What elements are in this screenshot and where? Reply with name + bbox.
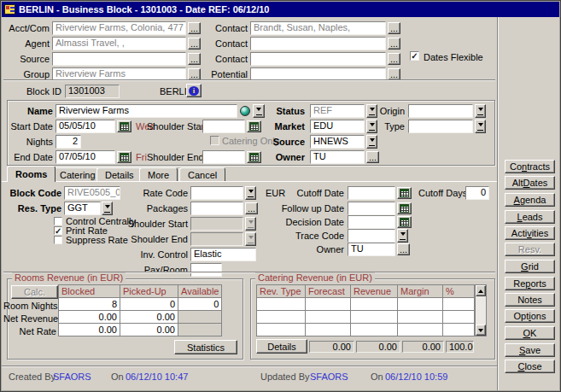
name-field[interactable]: Riverview Farms (56, 104, 237, 118)
nights-field[interactable]: 2 (56, 135, 81, 149)
type-field[interactable] (408, 120, 473, 133)
contact3-lov-button[interactable]: ... (388, 53, 400, 65)
acct-com-label: Acct/Com (7, 21, 50, 35)
reports-button[interactable]: Reports (505, 277, 555, 290)
shoulder-end-calendar-button[interactable] (247, 151, 261, 163)
source-list-button[interactable] (366, 135, 377, 149)
contact2-field[interactable] (250, 37, 386, 50)
res-type-field[interactable]: GGT (64, 202, 101, 215)
contact3-field[interactable] (250, 52, 386, 66)
shoulder-start-calendar-button[interactable] (247, 120, 261, 132)
acct-com-lov-button[interactable]: ... (188, 22, 201, 34)
rooms-owner-field[interactable]: TU (348, 243, 395, 256)
cutoff-date-field[interactable] (348, 186, 395, 200)
close-button[interactable]: Close (505, 360, 555, 373)
decision-date-field[interactable] (348, 215, 395, 229)
dates-flexible-checkbox[interactable]: ✓ (410, 51, 419, 61)
potential-lov-button[interactable]: ... (388, 68, 400, 80)
origin-list-button[interactable] (475, 104, 486, 118)
agent-label: Agent (7, 37, 50, 50)
title-bar[interactable]: BERLIN - Business Block - 1301003 - Date… (2, 2, 559, 17)
rooms-shoulder-start-list-button (245, 217, 256, 231)
decision-date-label: Decision Date (273, 215, 344, 229)
start-date-field[interactable]: 05/05/10 (56, 120, 115, 133)
net-revenue-blocked: 0.00 (59, 311, 120, 324)
market-field[interactable]: EDU (310, 120, 365, 133)
catering-table-scrollbar[interactable] (475, 284, 487, 336)
tab-more[interactable]: More (139, 167, 178, 181)
column-header-margin: Margin (398, 285, 443, 298)
group-lov-button[interactable]: ... (188, 68, 201, 80)
owner-field[interactable]: TU (310, 150, 365, 164)
source-code-field[interactable]: HNEWS (310, 135, 365, 149)
poplist-icon (248, 236, 254, 243)
net-rate-available (178, 324, 222, 336)
owner-lov-button[interactable]: ... (366, 151, 379, 163)
end-date-label: End Date (7, 150, 53, 164)
notes-button[interactable]: Notes (505, 293, 555, 307)
start-date-calendar-button[interactable] (117, 120, 131, 132)
tab-cancel[interactable]: Cancel (179, 167, 225, 181)
contact1-lov-button[interactable]: ... (388, 22, 400, 34)
print-rate-checkbox[interactable]: ✓ (54, 226, 62, 235)
table-row (257, 324, 475, 336)
alt-dates-button[interactable]: Alt Dates (505, 176, 555, 190)
suppress-rate-checkbox[interactable] (54, 236, 62, 244)
acct-com-field: Riverview Farms, Colonia, 477 550-36 (52, 21, 186, 35)
ok-button[interactable]: OK (505, 326, 555, 340)
net-rate-picked-up: 0.00 (120, 324, 178, 336)
leads-button[interactable]: Leads (505, 210, 555, 224)
source-field[interactable] (52, 52, 186, 66)
packages-lov-button[interactable]: ... (245, 202, 258, 214)
end-date-calendar-button[interactable] (117, 151, 131, 163)
grid-button[interactable]: Grid (505, 260, 555, 273)
details-button[interactable]: Details (256, 339, 307, 354)
pax-room-field[interactable] (190, 263, 222, 277)
shoulder-start-field[interactable] (202, 120, 245, 133)
poplist-icon (477, 123, 483, 131)
end-date-field[interactable]: 07/05/10 (56, 150, 115, 164)
contact2-lov-button[interactable]: ... (388, 38, 400, 50)
contracts-button[interactable]: Contracts (505, 160, 555, 173)
property-info-button[interactable]: i (186, 84, 202, 97)
rooms-owner-lov-button[interactable]: ... (397, 243, 410, 255)
poplist-icon (369, 138, 375, 146)
cutoff-date-label: Cutoff Date (273, 186, 344, 200)
tab-rooms[interactable]: Rooms (7, 166, 56, 182)
agenda-button[interactable]: Agenda (505, 193, 555, 207)
status-field: REF (310, 104, 365, 118)
decision-date-calendar-button[interactable] (397, 216, 412, 228)
source-lov-button[interactable]: ... (188, 53, 201, 65)
control-centrally-checkbox[interactable] (54, 217, 62, 225)
catering-revenue-title: Catering Revenue (in EUR) (255, 272, 375, 284)
save-button[interactable]: Save (505, 343, 555, 357)
shoulder-start-label: Shoulder Start (147, 120, 200, 133)
room-nights-blocked: 8 (59, 298, 120, 311)
table-row: 0.00 0.00 (59, 324, 222, 336)
activities-button[interactable]: Activities (505, 226, 555, 240)
trace-code-list-button[interactable] (397, 229, 408, 243)
origin-field[interactable] (408, 104, 473, 118)
column-header-blocked: Blocked (59, 285, 120, 298)
follow-up-date-calendar-button[interactable] (397, 202, 412, 214)
agent-lov-button[interactable]: ... (188, 38, 201, 50)
shoulder-end-field[interactable] (202, 150, 245, 164)
trace-code-field[interactable] (348, 229, 395, 243)
statistics-button[interactable]: Statistics (174, 340, 237, 354)
created-on-label: On (111, 371, 124, 383)
inv-control-combobox[interactable]: Elastic (190, 248, 256, 261)
options-button[interactable]: Options (505, 309, 555, 323)
follow-up-date-field[interactable] (348, 202, 395, 215)
business-block-window: BERLIN - Business Block - 1301003 - Date… (0, 0, 561, 392)
tab-details[interactable]: Details (96, 167, 143, 181)
globe-icon[interactable] (240, 106, 250, 116)
rooms-shoulder-end-field (190, 232, 243, 246)
type-list-button[interactable] (475, 120, 486, 133)
scroll-down-button[interactable] (476, 325, 486, 336)
packages-field[interactable] (190, 202, 243, 215)
cutoff-date-calendar-button[interactable] (397, 187, 412, 199)
scroll-up-button[interactable] (476, 285, 486, 296)
cutoff-days-field[interactable]: 0 (465, 186, 489, 200)
rate-code-list-button[interactable] (245, 186, 256, 200)
rate-code-field[interactable] (190, 186, 243, 200)
